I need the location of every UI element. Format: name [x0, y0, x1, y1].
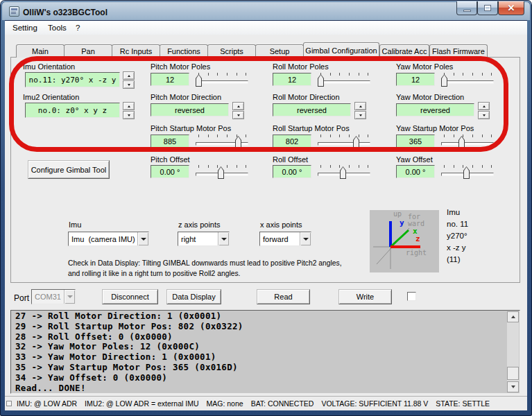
- console-line: 28 -> Roll Offset: 0 (0x0000): [15, 332, 243, 343]
- roll-offset-slider[interactable]: [318, 164, 370, 179]
- tab-setup[interactable]: Setup: [255, 44, 304, 58]
- tab-functions[interactable]: Functions: [160, 44, 208, 58]
- x-axis-select[interactable]: forward: [259, 232, 311, 246]
- slider-thumb[interactable]: [441, 74, 447, 87]
- close-button[interactable]: ✕: [498, 1, 524, 15]
- dropdown-button[interactable]: [137, 232, 148, 245]
- slider-thumb[interactable]: [340, 166, 346, 179]
- slider-thumb[interactable]: [218, 166, 224, 179]
- dropdown-button[interactable]: [64, 290, 75, 304]
- status-segment: IMU2: @ LOW ADR = external IMU: [85, 399, 198, 408]
- spin-up-icon[interactable]: [123, 71, 135, 80]
- spin-up-icon[interactable]: [478, 102, 490, 110]
- imu-orientation-value[interactable]: no.11: y270° x -z y: [25, 72, 120, 87]
- pitch-offset-value[interactable]: 0.00 °: [151, 165, 189, 178]
- tab-pan[interactable]: Pan: [64, 44, 112, 58]
- pitch-offset-label: Pitch Offset: [151, 155, 190, 164]
- write-button[interactable]: Write: [338, 289, 392, 304]
- pitch-motor-poles-slider[interactable]: [196, 71, 248, 87]
- roll-startup-motor-pos-value[interactable]: 802: [273, 135, 311, 148]
- console-line: 32 -> Yaw Motor Poles: 12 (0x000C): [15, 342, 243, 352]
- roll-motor-poles-value[interactable]: 12: [273, 73, 311, 86]
- spin-down-icon[interactable]: [123, 80, 135, 89]
- menu-bar: Setting Tools ?: [5, 20, 527, 35]
- minimize-button[interactable]: [456, 1, 477, 15]
- yaw-motor-poles-value[interactable]: 12: [396, 73, 435, 86]
- roll-motor-direction-spinner[interactable]: [354, 102, 366, 119]
- scrollbar[interactable]: [507, 311, 519, 392]
- yaw-offset-value[interactable]: 0.00 °: [396, 165, 435, 178]
- yaw-motor-poles-slider[interactable]: [441, 71, 494, 87]
- slider-thumb[interactable]: [353, 136, 359, 148]
- pitch-motor-poles-value[interactable]: 12: [151, 73, 189, 86]
- tab-main[interactable]: Main: [16, 44, 65, 58]
- pitch-startup-motor-pos-slider[interactable]: [196, 133, 248, 148]
- dropdown-button[interactable]: [218, 232, 229, 245]
- yaw-startup-motor-pos-value[interactable]: 365: [396, 135, 435, 148]
- pitch-motor-direction-spinner[interactable]: [232, 102, 244, 119]
- tab-gimbal-configuration[interactable]: Gimbal Configuration: [303, 42, 379, 58]
- slider-thumb[interactable]: [235, 136, 241, 148]
- slider-thumb[interactable]: [196, 74, 202, 87]
- menu-tools[interactable]: Tools: [48, 24, 67, 32]
- dropdown-button[interactable]: [300, 232, 311, 245]
- roll-motor-poles-slider[interactable]: [318, 71, 370, 87]
- note-line2: and rolling it like in a right turn to p…: [68, 270, 240, 277]
- pitch-startup-motor-pos-value[interactable]: 885: [151, 135, 189, 148]
- read-button[interactable]: Read: [257, 289, 310, 304]
- slider-thumb[interactable]: [318, 74, 324, 87]
- pitch-motor-poles-label: Pitch Motor Poles: [151, 62, 210, 71]
- application-window: OlliW's o323BGCTool ✕ Setting Tools ? Ma…: [0, 0, 532, 416]
- scrollbar-thumb[interactable]: [507, 367, 519, 380]
- note-line1: Check in Data Display: Tilting GIMBAL do…: [68, 259, 342, 267]
- spin-up-icon[interactable]: [123, 102, 135, 110]
- spin-down-icon[interactable]: [123, 111, 135, 119]
- pitch-motor-direction-value[interactable]: reversed: [151, 103, 229, 116]
- menu-help[interactable]: ?: [76, 24, 80, 32]
- z-axis-label: z axis points: [178, 220, 221, 229]
- console-line: 33 -> Yaw Motor Direction: 1 (0x0001): [15, 352, 243, 363]
- status-led-icon: [6, 401, 12, 406]
- tab-scripts[interactable]: Scripts: [207, 44, 256, 58]
- maximize-button[interactable]: [477, 1, 498, 15]
- checkbox[interactable]: [407, 292, 416, 301]
- spin-down-icon[interactable]: [478, 111, 490, 119]
- imu2-orientation-value[interactable]: no.0: z0° x y z: [25, 103, 120, 118]
- data-display-button[interactable]: Data Display: [166, 289, 221, 304]
- scroll-down-button[interactable]: [507, 381, 519, 392]
- roll-motor-poles-label: Roll Motor Poles: [273, 62, 329, 71]
- imu-select[interactable]: Imu (camera IMU): [68, 232, 149, 246]
- status-segment: MAG: none: [207, 399, 243, 408]
- yaw-startup-motor-pos-slider[interactable]: [441, 133, 494, 148]
- configure-gimbal-tool-button[interactable]: Configure Gimbal Tool: [28, 160, 110, 179]
- slider-thumb[interactable]: [458, 136, 465, 148]
- imu-orientation-spinner[interactable]: [123, 71, 135, 89]
- roll-offset-value[interactable]: 0.00 °: [273, 165, 311, 178]
- spin-down-icon[interactable]: [232, 111, 244, 119]
- yaw-motor-direction-spinner[interactable]: [478, 102, 490, 119]
- roll-startup-motor-pos-slider[interactable]: [318, 133, 370, 148]
- tab-flash-firmware[interactable]: Flash Firmware: [429, 44, 488, 58]
- spin-up-icon[interactable]: [232, 102, 244, 110]
- scroll-up-button[interactable]: [507, 311, 519, 322]
- x-axis-label: x axis points: [260, 220, 302, 229]
- z-axis-select[interactable]: right: [178, 232, 230, 246]
- pitch-offset-slider[interactable]: [196, 164, 248, 179]
- status-segment: VOLTAGE: SUFFICIENT 11.88 V: [321, 399, 428, 408]
- spin-up-icon[interactable]: [354, 102, 366, 110]
- tab-rc-inputs[interactable]: Rc Inputs: [112, 44, 160, 58]
- slider-thumb[interactable]: [463, 166, 470, 179]
- tab-calibrate-acc[interactable]: Calibrate Acc: [379, 44, 429, 58]
- axis-y-label: y: [400, 218, 404, 227]
- port-select[interactable]: COM31: [31, 289, 76, 304]
- title-bar[interactable]: OlliW's o323BGCTool: [2, 2, 530, 20]
- spin-down-icon[interactable]: [354, 111, 366, 119]
- yaw-offset-slider[interactable]: [441, 164, 494, 179]
- yaw-motor-direction-value[interactable]: reversed: [396, 103, 474, 116]
- roll-motor-direction-value[interactable]: reversed: [273, 103, 351, 116]
- window-title: OlliW's o323BGCTool: [23, 8, 108, 17]
- menu-setting[interactable]: Setting: [12, 24, 37, 32]
- console-output[interactable]: 27 -> Roll Motor Direction: 1 (0x0001)29…: [10, 310, 520, 394]
- disconnect-button[interactable]: Disconnect: [102, 289, 158, 304]
- imu2-orientation-spinner[interactable]: [123, 102, 135, 119]
